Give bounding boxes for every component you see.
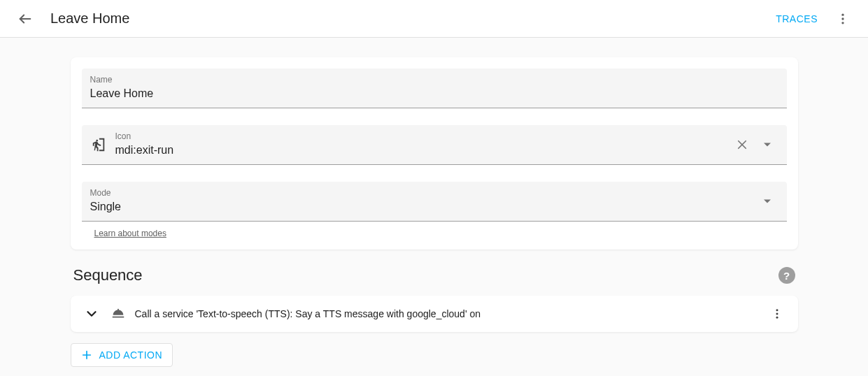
action-label: Call a service 'Text-to-speech (TTS): Sa…: [135, 308, 767, 319]
chevron-down-icon: [763, 140, 771, 149]
arrow-left-icon: [17, 11, 33, 27]
plus-icon: [81, 349, 92, 361]
traces-button[interactable]: TRACES: [767, 8, 826, 30]
chevron-down-icon: [763, 197, 771, 205]
add-action-label: ADD ACTION: [99, 349, 163, 361]
action-menu-button[interactable]: [767, 304, 787, 324]
close-icon: [736, 138, 748, 151]
sequence-header: Sequence ?: [71, 266, 798, 284]
content: Name Leave Home Icon mdi:exit-run: [71, 38, 798, 376]
mode-label: Mode: [90, 188, 756, 198]
help-button[interactable]: ?: [778, 267, 795, 284]
dots-vertical-icon: [836, 12, 850, 26]
icon-field[interactable]: Icon mdi:exit-run: [82, 125, 787, 165]
help-icon: ?: [783, 270, 790, 282]
mode-dropdown-button[interactable]: [756, 190, 778, 212]
clear-icon-button[interactable]: [731, 133, 753, 156]
name-value: Leave Home: [90, 86, 778, 101]
config-card: Name Leave Home Icon mdi:exit-run: [71, 57, 798, 250]
sequence-title: Sequence: [73, 266, 778, 284]
add-action-button[interactable]: ADD ACTION: [71, 343, 173, 367]
icon-dropdown-button[interactable]: [756, 133, 778, 156]
service-bell-icon: [110, 305, 127, 322]
expand-button[interactable]: [82, 304, 101, 324]
name-label: Name: [90, 75, 778, 85]
learn-modes-link[interactable]: Learn about modes: [82, 229, 166, 238]
exit-run-icon: [90, 136, 107, 153]
mode-field[interactable]: Mode Single: [82, 182, 787, 222]
dots-vertical-icon: [771, 308, 783, 320]
page-title: Leave Home: [50, 10, 767, 27]
mode-value: Single: [90, 199, 756, 215]
svg-point-6: [776, 309, 778, 311]
svg-point-8: [776, 317, 778, 319]
svg-point-2: [841, 17, 844, 20]
back-button[interactable]: [11, 5, 39, 33]
icon-value: mdi:exit-run: [115, 143, 731, 158]
chevron-down-icon: [84, 306, 99, 321]
svg-point-7: [776, 313, 778, 315]
action-item: Call a service 'Text-to-speech (TTS): Sa…: [71, 296, 798, 332]
icon-label: Icon: [115, 131, 731, 141]
topbar: Leave Home TRACES: [0, 0, 868, 38]
svg-point-1: [841, 13, 844, 15]
overflow-menu-button[interactable]: [829, 5, 857, 33]
name-field[interactable]: Name Leave Home: [82, 68, 787, 108]
svg-point-3: [841, 22, 844, 24]
